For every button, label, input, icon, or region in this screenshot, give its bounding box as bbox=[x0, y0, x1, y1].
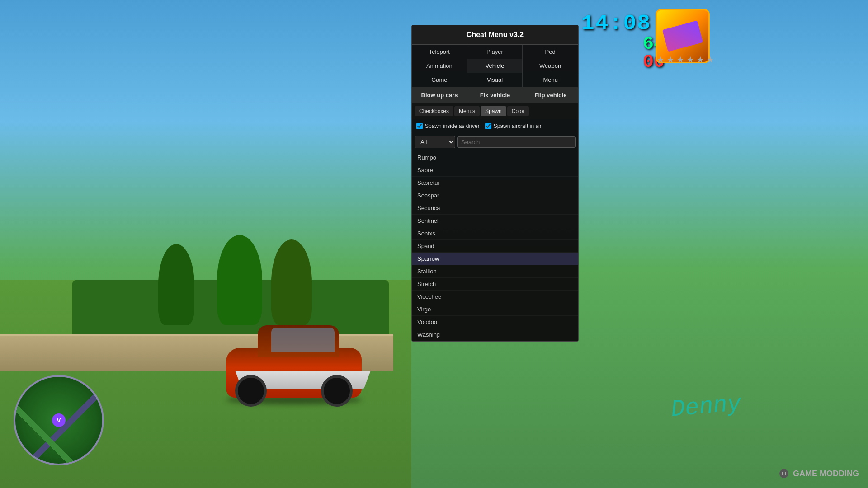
vehicle-item[interactable]: Vicechee bbox=[412, 291, 578, 303]
vehicle-item[interactable]: Virgo bbox=[412, 303, 578, 316]
game-modding-label: GAME MODDING bbox=[793, 469, 859, 479]
star-2: ★ bbox=[666, 54, 675, 65]
vehicle-item[interactable]: Securica bbox=[412, 202, 578, 215]
star-6: ★ bbox=[706, 54, 714, 65]
nav-vehicle[interactable]: Vehicle bbox=[467, 59, 523, 73]
game-modding-icon bbox=[778, 468, 789, 479]
nav-weapon[interactable]: Weapon bbox=[523, 59, 578, 73]
panel-title: Cheat Menu v3.2 bbox=[412, 25, 578, 45]
star-3: ★ bbox=[676, 54, 684, 65]
vehicle-item[interactable]: Washing bbox=[412, 328, 578, 341]
vehicle-item[interactable]: Sparrow bbox=[412, 253, 578, 265]
cheat-panel: Cheat Menu v3.2 Teleport Player Ped Anim… bbox=[411, 25, 579, 342]
star-4: ★ bbox=[686, 54, 694, 65]
car-windshield bbox=[271, 328, 335, 352]
tab-spawn[interactable]: Spawn bbox=[481, 106, 506, 116]
tab-color[interactable]: Color bbox=[507, 106, 529, 116]
minimap-player-marker: V bbox=[52, 413, 66, 427]
vehicle-item[interactable]: Stretch bbox=[412, 278, 578, 291]
hud-clock: 14:08 bbox=[581, 11, 651, 36]
vehicle-item[interactable]: Seaspar bbox=[412, 189, 578, 202]
nav-game[interactable]: Game bbox=[412, 73, 467, 87]
minimap-north: N bbox=[90, 381, 95, 389]
spawn-inside-input[interactable] bbox=[416, 123, 423, 129]
spawn-aircraft-checkbox[interactable]: Spawn aircraft in air bbox=[485, 123, 542, 129]
vehicle-item[interactable]: Sabre bbox=[412, 164, 578, 177]
vehicle-item[interactable]: Stallion bbox=[412, 265, 578, 278]
wheel-front bbox=[235, 375, 267, 407]
spawn-inside-label: Spawn inside as driver bbox=[425, 123, 480, 129]
game-car bbox=[217, 316, 371, 407]
tab-checkboxes[interactable]: Checkboxes bbox=[415, 106, 453, 116]
nav-grid: Teleport Player Ped Animation Vehicle We… bbox=[412, 45, 578, 87]
spawn-aircraft-input[interactable] bbox=[485, 123, 491, 129]
vehicle-item[interactable]: Spand bbox=[412, 240, 578, 253]
vehicle-list: OceanicPackerPatriotPerenPheonixPolmavRa… bbox=[412, 151, 578, 341]
flip-vehicle-button[interactable]: Flip vehicle bbox=[523, 87, 578, 103]
nav-teleport[interactable]: Teleport bbox=[412, 45, 467, 59]
vehicle-list-wrapper: OceanicPackerPatriotPerenPheonixPolmavRa… bbox=[412, 151, 578, 341]
checkboxes-row: Spawn inside as driver Spawn aircraft in… bbox=[412, 119, 578, 133]
vehicle-item[interactable]: Voodoo bbox=[412, 316, 578, 328]
star-5: ★ bbox=[696, 54, 704, 65]
vehicle-item[interactable]: Sabretur bbox=[412, 177, 578, 189]
vehicle-item[interactable]: Rumpo bbox=[412, 151, 578, 164]
tree-2 bbox=[217, 235, 262, 325]
stars-area: ★ ★ ★ ★ ★ ★ bbox=[656, 54, 714, 65]
tree-3 bbox=[271, 239, 312, 325]
vehicle-item[interactable]: Sentxs bbox=[412, 227, 578, 240]
weapon-icon-inner bbox=[662, 20, 703, 52]
star-1: ★ bbox=[656, 54, 665, 65]
spawn-inside-checkbox[interactable]: Spawn inside as driver bbox=[416, 123, 480, 129]
nav-ped[interactable]: Ped bbox=[523, 45, 578, 59]
spawn-aircraft-label: Spawn aircraft in air bbox=[494, 123, 542, 129]
nav-animation[interactable]: Animation bbox=[412, 59, 467, 73]
filter-dropdown[interactable]: All Cars Boats Aircraft Bikes bbox=[415, 136, 455, 148]
filter-search-input[interactable] bbox=[457, 136, 576, 148]
tab-menus[interactable]: Menus bbox=[454, 106, 480, 116]
game-modding-logo: GAME MODDING bbox=[778, 468, 859, 479]
nav-player[interactable]: Player bbox=[467, 45, 523, 59]
svg-point-0 bbox=[779, 469, 788, 478]
filter-row: All Cars Boats Aircraft Bikes bbox=[412, 133, 578, 151]
nav-visual[interactable]: Visual bbox=[467, 73, 523, 87]
nav-menu[interactable]: Menu bbox=[523, 73, 578, 87]
tree-1 bbox=[158, 244, 194, 325]
sub-tabs: Checkboxes Menus Spawn Color bbox=[412, 103, 578, 119]
blow-up-cars-button[interactable]: Blow up cars bbox=[412, 87, 467, 103]
fix-vehicle-button[interactable]: Fix vehicle bbox=[467, 87, 523, 103]
minimap: N V bbox=[14, 375, 104, 465]
action-buttons: Blow up cars Fix vehicle Flip vehicle bbox=[412, 87, 578, 103]
wheel-back bbox=[321, 375, 353, 407]
vehicle-item[interactable]: Sentinel bbox=[412, 215, 578, 227]
